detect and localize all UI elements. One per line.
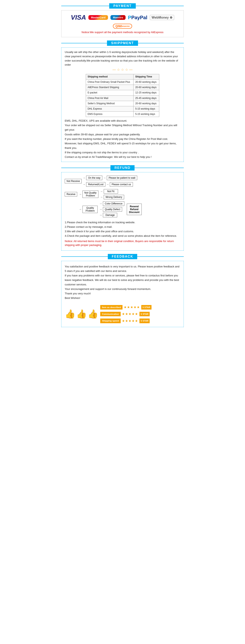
please-be-patient-box: Please be patient to wait — [107, 176, 137, 180]
not-fit-box: Not Fit — [104, 189, 118, 194]
shipment-description: Usually we will ship the other within 1-… — [65, 50, 180, 67]
ship-note: Contact us by email or Ali TradeManager.… — [65, 155, 180, 159]
feedback-text: You satisfaction and positive feedback i… — [65, 264, 180, 300]
shipment-title: SHIPPMENT — [107, 40, 138, 46]
decoration-stars: — ☆ ☆ ☆ — — [65, 67, 180, 72]
visa-logo: VISA — [71, 14, 86, 21]
refund-instruction: 4.Check the package and item carefully, … — [65, 234, 180, 238]
not-receive-box: Not Receive — [65, 179, 82, 184]
rating-badge: 5 STAR — [139, 312, 150, 316]
col-method: Shipping method — [86, 74, 134, 79]
rating-label: Communication — [100, 312, 121, 316]
payment-title: PAYMENT — [109, 3, 136, 8]
col-time: Shipping Time — [134, 74, 159, 79]
refund-instruction: 3.We will check it for your with the pos… — [65, 229, 180, 234]
rating-stars: ★★★★★ — [122, 311, 138, 317]
refund-box: Not Receive → On the way → Please be pat… — [61, 172, 184, 250]
refund-instruction: 1.Please check the tracking information … — [65, 220, 180, 225]
header-line-right — [137, 256, 184, 257]
table-cell: 20-60 working days — [134, 85, 159, 90]
table-cell: 25-45 working days — [134, 96, 159, 101]
shipping-table-wrap: Shipping method Shipping Time China Post… — [65, 74, 180, 117]
wrong-delivery-box: Wrong Delivery — [104, 195, 124, 199]
table-cell: 20-60 working days — [134, 79, 159, 85]
webmoney-logo: WebMoney ⊕ — [150, 15, 174, 20]
table-cell: 5-15 working days — [134, 106, 159, 112]
rating-stars: ★★★★★ — [122, 318, 138, 324]
table-cell: 20-60 working days — [134, 101, 159, 106]
rating-row: Item as described★★★★★5 STAR — [100, 304, 180, 310]
table-cell: AliEPress Standard Shipping — [86, 85, 134, 90]
arrow-not-quality: → — [79, 192, 82, 196]
ship-note: Your order will be shipped out via Selle… — [65, 123, 180, 132]
header-line-left — [61, 43, 107, 43]
rating-row: Communication★★★★★5 STAR — [100, 311, 180, 317]
ship-note: Moveover, fast shipping EMS, DHL, FEDEX … — [65, 141, 180, 150]
table-cell: E-packet — [86, 90, 134, 96]
table-cell: 12-25 working days — [134, 90, 159, 96]
feedback-paragraph: Thank you very much! — [65, 291, 180, 296]
payment-box: VISA MasterCard Maestro PPayPal WebMoney… — [61, 10, 184, 37]
on-the-way-box: On the way — [86, 176, 102, 180]
feedback-paragraph: You satisfaction and positive feedback i… — [65, 264, 180, 273]
table-cell: 5-15 working days — [134, 112, 159, 117]
rating-label: Shipping speed — [100, 318, 121, 323]
table-cell: China Post Air Mail — [86, 96, 134, 101]
refund-header: REFUND — [61, 165, 184, 170]
maestro-logo: Maestro — [110, 15, 126, 20]
not-quality-box: Not QualityProblem — [82, 190, 98, 198]
thumb-icon-2: 👍 — [76, 307, 87, 321]
header-line-left — [61, 256, 108, 257]
header-line-left — [61, 6, 109, 6]
feedback-paragraph: If you have any problems with our items … — [65, 273, 180, 287]
payment-notice: Notice:We support all the payment method… — [65, 31, 180, 34]
mastercard-logo: MasterCard — [88, 15, 108, 20]
table-cell: EMS Express — [86, 112, 134, 117]
feedback-paragraph: Best Wishes! — [65, 296, 180, 300]
thumbs-icons: 👍 👍 👍 — [65, 307, 98, 321]
arrow-returned: → — [82, 183, 85, 186]
damage-box: Damage — [103, 213, 117, 217]
refund-section: REFUND Not Receive → On the way → — [61, 165, 184, 250]
refund-diagram: Not Receive → On the way → Please be pat… — [65, 176, 180, 217]
shipment-notes: EMS, DHL, FEDEX, UPS are available with … — [65, 118, 180, 159]
rating-label: Item as described — [100, 305, 122, 310]
refund-title: REFUND — [110, 165, 135, 170]
feedback-header: FEEDBACK — [61, 254, 184, 259]
star-ratings: Item as described★★★★★5 STARCommunicatio… — [100, 304, 180, 324]
rating-stars: ★★★★★ — [124, 304, 140, 310]
resend-box: Resend Refund Discount — [127, 204, 142, 215]
header-line-left — [61, 168, 110, 168]
paypal-logo: PPayPal — [128, 15, 147, 20]
feedback-title: FEEDBACK — [108, 254, 137, 259]
ship-note: EMS, DHL, FEDEX, UPS are available with … — [65, 118, 180, 123]
quality-defect-box: Quality Defect — [103, 207, 122, 212]
qiwi-logo: QIWIкошелек — [113, 24, 132, 28]
arrow-patient: → — [103, 176, 106, 180]
quality-problem-box: QualityProblem — [82, 206, 98, 213]
please-contact-box: Please contact us — [110, 182, 133, 187]
refund-instructions: 1.Please check the tracking information … — [65, 220, 180, 238]
ship-note: If the shipping company do not ship the … — [65, 150, 180, 155]
receive-box: Receive — [65, 192, 77, 196]
table-cell: Seller's Shipping Method — [86, 101, 134, 106]
header-line-right — [138, 43, 184, 43]
rating-badge: 5 STAR — [139, 318, 150, 323]
shipment-header: SHIPPMENT — [61, 40, 184, 46]
feedback-section: FEEDBACK You satisfaction and positive f… — [61, 254, 184, 327]
rating-badge: 5 STAR — [141, 305, 152, 310]
table-cell: China Post Ordinary Small Packet Plus — [86, 79, 134, 85]
feedback-bottom: 👍 👍 👍 Item as described★★★★★5 STARCommun… — [65, 304, 180, 324]
ship-note: If you want the tracking number, please … — [65, 137, 180, 141]
arrow-quality: → — [79, 208, 82, 211]
shipping-table: Shipping method Shipping Time China Post… — [86, 74, 159, 117]
arrow-on-way: → — [82, 176, 85, 180]
header-line-right — [136, 6, 184, 6]
table-cell: DHL Express — [86, 106, 134, 112]
feedback-box: You satisfaction and positive feedback i… — [61, 261, 184, 327]
thumb-icon-1: 👍 — [65, 307, 75, 321]
thumb-icon-3: 👍 — [88, 307, 98, 321]
payment-logos: VISA MasterCard Maestro PPayPal WebMoney… — [65, 14, 180, 28]
shipment-box: Usually we will ship the other within 1-… — [61, 48, 184, 162]
shipment-section: SHIPPMENT Usually we will ship the other… — [61, 40, 184, 162]
